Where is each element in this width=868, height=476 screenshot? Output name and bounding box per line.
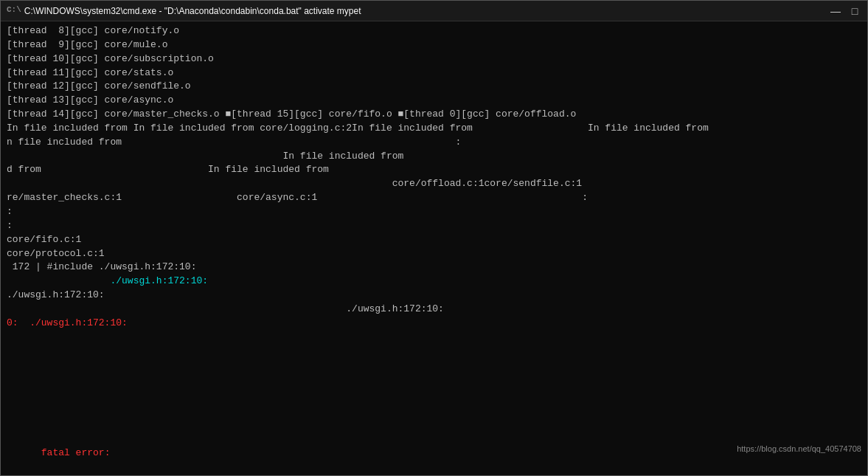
- terminal-line: [thread 14][gcc] core/master_checks.o ■[…: [7, 108, 861, 122]
- title-bar-controls: — □: [829, 5, 861, 17]
- fatal-error-text: fatal error:: [41, 447, 111, 458]
- terminal-line: :: [7, 219, 861, 233]
- terminal-line: In file included from In file included f…: [7, 122, 861, 136]
- terminal-line: ./uwsgi.h:172:10:: [7, 303, 861, 317]
- terminal-line: 0: ./uwsgi.h:172:10:: [7, 317, 861, 331]
- terminal-line: :: [7, 205, 861, 219]
- terminal-line: [thread 9][gcc] core/mule.o: [7, 38, 861, 52]
- terminal-line: core/fifo.c:1: [7, 233, 861, 247]
- terminal-line: [thread 13][gcc] core/async.o: [7, 94, 861, 108]
- watermark-text: https://blog.csdn.net/qq_40574708: [737, 444, 861, 453]
- title-bar-text: C:\WINDOWS\system32\cmd.exe - "D:\Anacon…: [24, 6, 829, 16]
- terminal-line: ./uwsgi.h:172:10:: [7, 275, 861, 289]
- title-bar: C:\ C:\WINDOWS\system32\cmd.exe - "D:\An…: [1, 1, 867, 21]
- terminal-line: core/protocol.c:1: [7, 247, 861, 261]
- terminal-line: n file included from :: [7, 136, 861, 150]
- terminal-line: core/offload.c:1core/sendfile.c:1: [7, 177, 861, 191]
- terminal-line: [thread 12][gcc] core/sendfile.o: [7, 80, 861, 94]
- terminal-line: [thread 11][gcc] core/stats.o: [7, 66, 861, 80]
- terminal-line: [thread 8][gcc] core/notify.o: [7, 24, 861, 38]
- terminal-output: [thread 8][gcc] core/notify.o[thread 9][…: [7, 24, 861, 331]
- terminal-line: In file included from: [7, 150, 861, 164]
- terminal-line: ./uwsgi.h:172:10:: [7, 289, 861, 303]
- fatal-error-line: fatal error:: [7, 436, 110, 469]
- maximize-button[interactable]: □: [848, 5, 861, 17]
- window: C:\ C:\WINDOWS\system32\cmd.exe - "D:\An…: [0, 0, 868, 476]
- terminal-line: d from In file included from: [7, 163, 861, 177]
- terminal-line: re/master_checks.c:1 core/async.c:1 :: [7, 191, 861, 205]
- terminal-line: 172 | #include ./uwsgi.h:172:10:: [7, 261, 861, 275]
- minimize-button[interactable]: —: [829, 5, 842, 17]
- cmd-icon: C:\: [7, 5, 21, 17]
- terminal-line: [thread 10][gcc] core/subscription.o: [7, 52, 861, 66]
- terminal-body: [thread 8][gcc] core/notify.o[thread 9][…: [1, 21, 867, 475]
